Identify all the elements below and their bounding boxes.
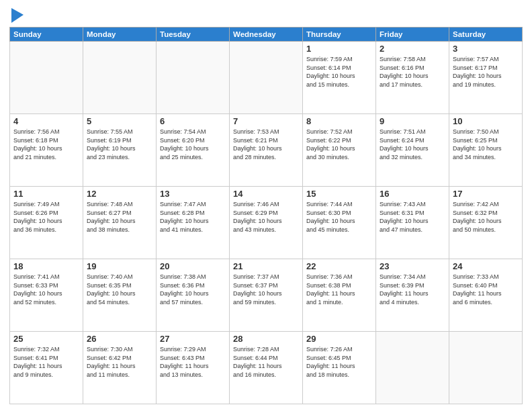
- day-info: Sunrise: 7:44 AM Sunset: 6:30 PM Dayligh…: [306, 200, 372, 234]
- day-number: 27: [160, 334, 226, 344]
- day-number: 21: [233, 261, 299, 271]
- calendar-cell: 18Sunrise: 7:41 AM Sunset: 6:33 PM Dayli…: [10, 259, 83, 332]
- day-info: Sunrise: 7:49 AM Sunset: 6:26 PM Dayligh…: [13, 200, 79, 234]
- calendar-cell: [157, 42, 230, 114]
- logo: [9, 9, 24, 23]
- day-number: 18: [13, 261, 79, 271]
- day-number: 13: [160, 189, 226, 199]
- day-number: 25: [13, 334, 79, 344]
- day-number: 6: [160, 116, 226, 126]
- weekday-header-sunday: Sunday: [10, 28, 83, 42]
- weekday-header-tuesday: Tuesday: [157, 28, 230, 42]
- day-info: Sunrise: 7:41 AM Sunset: 6:33 PM Dayligh…: [13, 273, 79, 306]
- header: [9, 7, 523, 23]
- day-number: 10: [453, 116, 519, 126]
- day-info: Sunrise: 7:53 AM Sunset: 6:21 PM Dayligh…: [233, 128, 299, 161]
- calendar-cell: 11Sunrise: 7:49 AM Sunset: 6:26 PM Dayli…: [10, 187, 83, 259]
- calendar-cell: [376, 332, 449, 404]
- page: SundayMondayTuesdayWednesdayThursdayFrid…: [0, 0, 532, 411]
- day-info: Sunrise: 7:42 AM Sunset: 6:32 PM Dayligh…: [453, 200, 519, 234]
- week-row-1: 4Sunrise: 7:56 AM Sunset: 6:18 PM Daylig…: [10, 114, 523, 187]
- calendar-cell: 7Sunrise: 7:53 AM Sunset: 6:21 PM Daylig…: [230, 114, 303, 187]
- weekday-header-monday: Monday: [83, 28, 157, 42]
- day-info: Sunrise: 7:32 AM Sunset: 6:41 PM Dayligh…: [13, 345, 79, 379]
- day-info: Sunrise: 7:50 AM Sunset: 6:25 PM Dayligh…: [453, 128, 519, 161]
- calendar-cell: 5Sunrise: 7:55 AM Sunset: 6:19 PM Daylig…: [83, 114, 157, 187]
- calendar-cell: 19Sunrise: 7:40 AM Sunset: 6:35 PM Dayli…: [83, 259, 157, 332]
- day-info: Sunrise: 7:33 AM Sunset: 6:40 PM Dayligh…: [453, 273, 519, 306]
- day-info: Sunrise: 7:48 AM Sunset: 6:27 PM Dayligh…: [87, 200, 152, 234]
- calendar-cell: 9Sunrise: 7:51 AM Sunset: 6:24 PM Daylig…: [376, 114, 449, 187]
- day-info: Sunrise: 7:54 AM Sunset: 6:20 PM Dayligh…: [160, 128, 226, 161]
- day-info: Sunrise: 7:34 AM Sunset: 6:39 PM Dayligh…: [380, 273, 445, 306]
- calendar-cell: 17Sunrise: 7:42 AM Sunset: 6:32 PM Dayli…: [449, 187, 523, 259]
- calendar-cell: 2Sunrise: 7:58 AM Sunset: 6:16 PM Daylig…: [376, 42, 449, 114]
- calendar-cell: 16Sunrise: 7:43 AM Sunset: 6:31 PM Dayli…: [376, 187, 449, 259]
- day-info: Sunrise: 7:58 AM Sunset: 6:16 PM Dayligh…: [380, 55, 445, 89]
- day-number: 19: [87, 261, 152, 271]
- day-number: 3: [453, 44, 519, 54]
- day-number: 16: [380, 189, 445, 199]
- day-info: Sunrise: 7:47 AM Sunset: 6:28 PM Dayligh…: [160, 200, 226, 234]
- week-row-0: 1Sunrise: 7:59 AM Sunset: 6:14 PM Daylig…: [10, 42, 523, 114]
- calendar-cell: 8Sunrise: 7:52 AM Sunset: 6:22 PM Daylig…: [303, 114, 376, 187]
- calendar-table: SundayMondayTuesdayWednesdayThursdayFrid…: [9, 27, 523, 404]
- day-info: Sunrise: 7:56 AM Sunset: 6:18 PM Dayligh…: [13, 128, 79, 161]
- day-number: 11: [13, 189, 79, 199]
- calendar-cell: 26Sunrise: 7:30 AM Sunset: 6:42 PM Dayli…: [83, 332, 157, 404]
- calendar-cell: 27Sunrise: 7:29 AM Sunset: 6:43 PM Dayli…: [157, 332, 230, 404]
- day-info: Sunrise: 7:43 AM Sunset: 6:31 PM Dayligh…: [380, 200, 445, 234]
- day-number: 1: [306, 44, 372, 54]
- day-number: 2: [380, 44, 445, 54]
- calendar-cell: 1Sunrise: 7:59 AM Sunset: 6:14 PM Daylig…: [303, 42, 376, 114]
- week-row-3: 18Sunrise: 7:41 AM Sunset: 6:33 PM Dayli…: [10, 259, 523, 332]
- calendar-cell: 23Sunrise: 7:34 AM Sunset: 6:39 PM Dayli…: [376, 259, 449, 332]
- weekday-header-saturday: Saturday: [449, 28, 523, 42]
- week-row-2: 11Sunrise: 7:49 AM Sunset: 6:26 PM Dayli…: [10, 187, 523, 259]
- calendar-cell: 25Sunrise: 7:32 AM Sunset: 6:41 PM Dayli…: [10, 332, 83, 404]
- weekday-header-row: SundayMondayTuesdayWednesdayThursdayFrid…: [10, 28, 523, 42]
- day-info: Sunrise: 7:26 AM Sunset: 6:45 PM Dayligh…: [306, 345, 372, 379]
- day-number: 26: [87, 334, 152, 344]
- calendar-cell: 29Sunrise: 7:26 AM Sunset: 6:45 PM Dayli…: [303, 332, 376, 404]
- calendar-cell: [449, 332, 523, 404]
- calendar-cell: 24Sunrise: 7:33 AM Sunset: 6:40 PM Dayli…: [449, 259, 523, 332]
- day-number: 22: [306, 261, 372, 271]
- svg-marker-0: [11, 8, 24, 23]
- logo-icon: [11, 8, 24, 23]
- day-info: Sunrise: 7:57 AM Sunset: 6:17 PM Dayligh…: [453, 55, 519, 89]
- day-number: 4: [13, 116, 79, 126]
- day-info: Sunrise: 7:28 AM Sunset: 6:44 PM Dayligh…: [233, 345, 299, 379]
- day-number: 12: [87, 189, 152, 199]
- day-info: Sunrise: 7:46 AM Sunset: 6:29 PM Dayligh…: [233, 200, 299, 234]
- day-info: Sunrise: 7:36 AM Sunset: 6:38 PM Dayligh…: [306, 273, 372, 306]
- day-info: Sunrise: 7:51 AM Sunset: 6:24 PM Dayligh…: [380, 128, 445, 161]
- day-info: Sunrise: 7:59 AM Sunset: 6:14 PM Dayligh…: [306, 55, 372, 89]
- day-number: 28: [233, 334, 299, 344]
- day-number: 24: [453, 261, 519, 271]
- calendar-cell: 12Sunrise: 7:48 AM Sunset: 6:27 PM Dayli…: [83, 187, 157, 259]
- day-number: 9: [380, 116, 445, 126]
- day-number: 29: [306, 334, 372, 344]
- day-info: Sunrise: 7:52 AM Sunset: 6:22 PM Dayligh…: [306, 128, 372, 161]
- weekday-header-thursday: Thursday: [303, 28, 376, 42]
- day-info: Sunrise: 7:40 AM Sunset: 6:35 PM Dayligh…: [87, 273, 152, 306]
- calendar-cell: 22Sunrise: 7:36 AM Sunset: 6:38 PM Dayli…: [303, 259, 376, 332]
- day-info: Sunrise: 7:37 AM Sunset: 6:37 PM Dayligh…: [233, 273, 299, 306]
- calendar-cell: 15Sunrise: 7:44 AM Sunset: 6:30 PM Dayli…: [303, 187, 376, 259]
- week-row-4: 25Sunrise: 7:32 AM Sunset: 6:41 PM Dayli…: [10, 332, 523, 404]
- day-number: 17: [453, 189, 519, 199]
- calendar-cell: 14Sunrise: 7:46 AM Sunset: 6:29 PM Dayli…: [230, 187, 303, 259]
- calendar-cell: 13Sunrise: 7:47 AM Sunset: 6:28 PM Dayli…: [157, 187, 230, 259]
- calendar-cell: 6Sunrise: 7:54 AM Sunset: 6:20 PM Daylig…: [157, 114, 230, 187]
- day-number: 20: [160, 261, 226, 271]
- weekday-header-friday: Friday: [376, 28, 449, 42]
- calendar-cell: 20Sunrise: 7:38 AM Sunset: 6:36 PM Dayli…: [157, 259, 230, 332]
- day-number: 7: [233, 116, 299, 126]
- day-info: Sunrise: 7:30 AM Sunset: 6:42 PM Dayligh…: [87, 345, 152, 379]
- weekday-header-wednesday: Wednesday: [230, 28, 303, 42]
- calendar-cell: [83, 42, 157, 114]
- calendar-cell: 4Sunrise: 7:56 AM Sunset: 6:18 PM Daylig…: [10, 114, 83, 187]
- calendar-cell: [230, 42, 303, 114]
- calendar-cell: 28Sunrise: 7:28 AM Sunset: 6:44 PM Dayli…: [230, 332, 303, 404]
